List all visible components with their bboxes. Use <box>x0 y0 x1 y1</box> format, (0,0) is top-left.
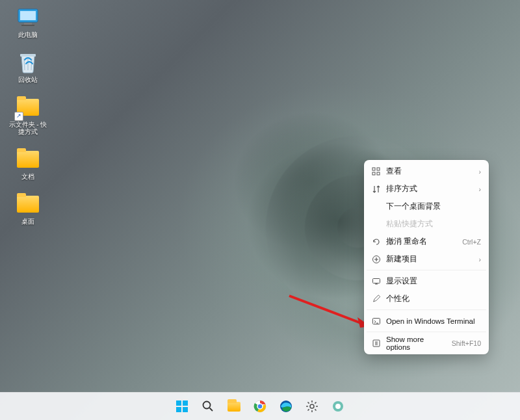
desktop-icon-label: 此电脑 <box>18 31 38 38</box>
menu-item-undo[interactable]: 撤消 重命名 Ctrl+Z <box>364 233 489 250</box>
menu-label: 查看 <box>386 166 475 176</box>
undo-icon <box>370 237 382 246</box>
desktop-icon-folder-1[interactable]: 文档 <box>5 147 51 180</box>
svg-point-28 <box>335 404 341 409</box>
shortcut-arrow-icon: ↗ <box>14 112 23 121</box>
view-icon <box>370 167 382 176</box>
menu-label: Open in Windows Terminal <box>386 317 481 325</box>
svg-rect-7 <box>372 172 375 175</box>
menu-label: 显示设置 <box>386 276 481 286</box>
menu-label: 撤消 重命名 <box>386 237 458 246</box>
menu-shortcut: Ctrl+Z <box>462 238 481 246</box>
svg-rect-3 <box>21 25 34 26</box>
menu-item-paste-shortcut: 粘贴快捷方式 <box>364 215 489 233</box>
svg-point-26 <box>310 404 314 408</box>
svg-rect-17 <box>176 407 181 412</box>
menu-label: Show more options <box>386 335 448 351</box>
menu-item-personalize[interactable]: 个性化 <box>364 290 489 308</box>
folder-icon <box>16 192 40 217</box>
svg-point-19 <box>203 402 211 409</box>
recycle-bin-icon <box>16 50 40 75</box>
svg-rect-2 <box>24 23 32 25</box>
svg-line-20 <box>210 408 213 412</box>
desktop-icon-label: 示文件夹 - 快捷方式 <box>6 121 49 135</box>
menu-separator <box>367 270 486 270</box>
desktop-icon-label: 桌面 <box>21 218 34 225</box>
chevron-right-icon: › <box>479 185 482 193</box>
svg-rect-4 <box>20 54 36 57</box>
menu-item-terminal[interactable]: Open in Windows Terminal <box>364 312 489 330</box>
svg-rect-1 <box>20 11 36 20</box>
menu-separator <box>367 332 486 332</box>
desktop-icon-label: 文档 <box>21 173 34 180</box>
display-icon <box>370 277 382 286</box>
menu-label: 新建项目 <box>386 254 475 264</box>
menu-label: 粘贴快捷方式 <box>386 219 481 229</box>
menu-item-next-wallpaper[interactable]: 下一个桌面背景 <box>364 198 489 215</box>
svg-rect-15 <box>176 400 181 406</box>
menu-item-display-settings[interactable]: 显示设置 <box>364 272 489 290</box>
menu-label: 下一个桌面背景 <box>386 202 481 211</box>
folder-icon <box>16 147 40 172</box>
svg-rect-18 <box>183 407 188 412</box>
menu-label: 排序方式 <box>386 184 475 194</box>
desktop-icon-recycle-bin[interactable]: 回收站 <box>5 50 51 83</box>
personalize-icon <box>370 295 382 304</box>
menu-item-sort[interactable]: 排序方式 › <box>364 180 489 198</box>
more-icon <box>370 339 382 348</box>
chrome-button[interactable] <box>252 399 268 414</box>
svg-rect-6 <box>377 168 380 170</box>
menu-shortcut: Shift+F10 <box>452 339 481 347</box>
menu-item-view[interactable]: 查看 › <box>364 163 489 180</box>
svg-rect-5 <box>372 168 375 170</box>
desktop-icon-folder-2[interactable]: 桌面 <box>5 192 51 225</box>
edge-button[interactable] <box>278 399 294 414</box>
svg-rect-16 <box>183 400 188 406</box>
menu-label: 个性化 <box>386 294 481 304</box>
menu-separator <box>367 309 486 310</box>
desktop-context-menu: 查看 › 排序方式 › 下一个桌面背景 粘贴快捷方式 撤消 重命名 Ctrl+Z… <box>364 160 489 354</box>
menu-item-new[interactable]: 新建项目 › <box>364 250 489 268</box>
app-button[interactable] <box>330 399 346 414</box>
sort-icon <box>370 185 382 194</box>
folder-icon: ↗ <box>16 95 40 120</box>
search-button[interactable] <box>200 399 216 414</box>
desktop-icons: 此电脑 回收站 ↗ 示文件夹 - 快捷方式 文档 桌面 <box>5 5 51 225</box>
terminal-icon <box>370 317 382 326</box>
new-icon <box>370 255 382 264</box>
desktop-icon-label: 回收站 <box>18 76 38 83</box>
chevron-right-icon: › <box>479 256 482 263</box>
taskbar <box>0 392 520 420</box>
this-pc-icon <box>16 5 40 30</box>
file-explorer-button[interactable] <box>226 399 242 414</box>
settings-button[interactable] <box>304 399 320 414</box>
desktop-icon-folder-shortcut[interactable]: ↗ 示文件夹 - 快捷方式 <box>5 95 51 135</box>
svg-rect-10 <box>373 278 380 283</box>
start-button[interactable] <box>174 399 190 414</box>
desktop-icon-this-pc[interactable]: 此电脑 <box>5 5 51 38</box>
svg-rect-8 <box>377 172 380 175</box>
chevron-right-icon: › <box>479 168 482 176</box>
menu-item-show-more[interactable]: Show more options Shift+F10 <box>364 334 489 352</box>
